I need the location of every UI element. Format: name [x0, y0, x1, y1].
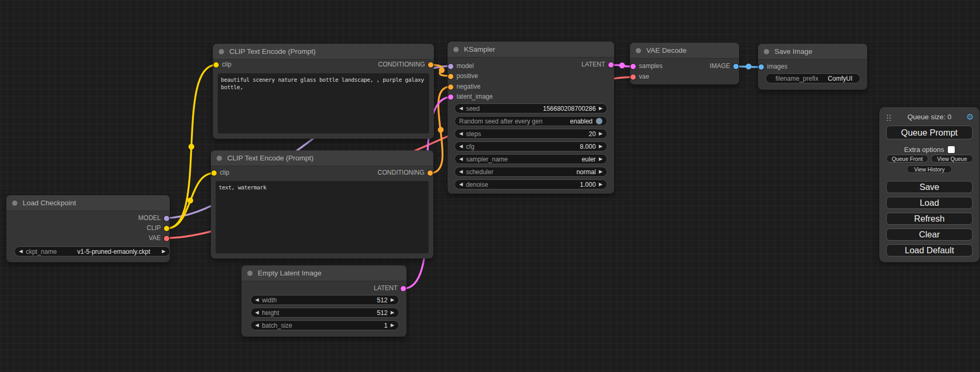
conditioning-slot-icon[interactable]: [448, 84, 453, 90]
increment-arrow-icon[interactable]: ▶: [599, 104, 603, 113]
input-slot-clip[interactable]: clip: [213, 60, 231, 70]
increment-arrow-icon[interactable]: ▶: [599, 167, 603, 176]
decrement-arrow-icon[interactable]: ◀: [459, 180, 463, 189]
latent-slot-icon[interactable]: [401, 286, 406, 291]
input-slot-latent-image[interactable]: latent_image: [448, 92, 493, 102]
prompt-text-area[interactable]: beautiful scenery nature glass bottle la…: [218, 73, 429, 133]
clip-slot-icon[interactable]: [211, 170, 217, 176]
refresh-button[interactable]: Refresh: [886, 213, 973, 225]
increment-arrow-icon[interactable]: ▶: [599, 129, 603, 138]
batch-size-widget[interactable]: ◀ batch_size 1 ▶: [250, 320, 399, 330]
conditioning-slot-icon[interactable]: [428, 62, 433, 68]
load-default-button[interactable]: Load Default: [886, 244, 973, 256]
latent-slot-icon[interactable]: [630, 64, 636, 69]
clip-slot-icon[interactable]: [214, 62, 219, 68]
increment-arrow-icon[interactable]: ▶: [162, 247, 166, 256]
increment-arrow-icon[interactable]: ▶: [391, 321, 394, 330]
input-slot-samples[interactable]: samples: [630, 61, 663, 71]
node-clip-text-encode-negative[interactable]: CLIP Text Encode (Prompt) clip CONDITION…: [211, 150, 433, 259]
collapse-dot-icon[interactable]: [247, 271, 253, 276]
image-slot-icon[interactable]: [733, 64, 739, 69]
input-slot-images[interactable]: images: [758, 62, 788, 72]
image-slot-icon[interactable]: [759, 64, 764, 70]
save-button[interactable]: Save: [886, 181, 973, 193]
node-title-bar[interactable]: Load Checkpoint: [6, 195, 170, 211]
conditioning-slot-icon[interactable]: [428, 170, 433, 176]
node-title-bar[interactable]: CLIP Text Encode (Prompt): [211, 150, 433, 166]
node-load-checkpoint[interactable]: Load Checkpoint MODEL CLIP VAE ◀ ckpt_na…: [6, 195, 170, 262]
latent-slot-icon[interactable]: [448, 94, 453, 100]
input-slot-positive[interactable]: positive: [448, 71, 478, 81]
view-queue-button[interactable]: View Queue: [931, 155, 973, 163]
collapse-dot-icon[interactable]: [219, 49, 224, 54]
output-slot-clip[interactable]: CLIP: [147, 223, 170, 233]
steps-widget[interactable]: ◀ steps 20 ▶: [454, 129, 607, 139]
random-seed-toggle[interactable]: Random seed after every gen enabled: [454, 116, 607, 126]
increment-arrow-icon[interactable]: ▶: [391, 308, 394, 317]
decrement-arrow-icon[interactable]: ◀: [255, 295, 259, 304]
settings-gear-icon[interactable]: ⚙: [966, 112, 974, 122]
node-empty-latent-image[interactable]: Empty Latent Image LATENT ◀ width 512 ▶ …: [241, 265, 406, 337]
seed-widget[interactable]: ◀ seed 156680208700286 ▶: [454, 103, 607, 113]
scheduler-widget[interactable]: ◀ scheduler normal ▶: [454, 167, 607, 177]
increment-arrow-icon[interactable]: ▶: [391, 295, 394, 304]
decrement-arrow-icon[interactable]: ◀: [459, 142, 463, 151]
conditioning-slot-icon[interactable]: [448, 74, 453, 79]
output-slot-conditioning[interactable]: CONDITIONING: [377, 168, 433, 178]
output-slot-conditioning[interactable]: CONDITIONING: [378, 60, 434, 70]
output-slot-latent[interactable]: LATENT: [374, 283, 406, 293]
filename-prefix-widget[interactable]: filename_prefix ComfyUI: [765, 73, 860, 83]
decrement-arrow-icon[interactable]: ◀: [459, 104, 463, 113]
queue-panel[interactable]: Queue size: 0 ⚙ Queue Prompt Extra optio…: [879, 107, 979, 262]
clip-slot-icon[interactable]: [164, 226, 169, 231]
decrement-arrow-icon[interactable]: ◀: [459, 155, 463, 164]
node-title-bar[interactable]: CLIP Text Encode (Prompt): [213, 44, 434, 60]
node-graph-canvas[interactable]: Load Checkpoint MODEL CLIP VAE ◀ ckpt_na…: [0, 0, 980, 372]
node-ksampler[interactable]: KSampler LATENT model positive negative …: [448, 42, 614, 194]
extra-options-checkbox[interactable]: [948, 146, 955, 153]
denoise-widget[interactable]: ◀ denoise 1.000 ▶: [454, 179, 607, 189]
output-slot-image[interactable]: IMAGE: [710, 61, 739, 71]
collapse-dot-icon[interactable]: [453, 47, 459, 52]
drag-handle-icon[interactable]: [886, 114, 891, 121]
width-widget[interactable]: ◀ width 512 ▶: [250, 295, 399, 305]
node-vae-decode[interactable]: VAE Decode samples IMAGE vae: [630, 43, 739, 84]
sampler-name-widget[interactable]: ◀ sampler_name euler ▶: [454, 154, 607, 164]
increment-arrow-icon[interactable]: ▶: [599, 142, 603, 151]
collapse-dot-icon[interactable]: [636, 48, 641, 53]
collapse-dot-icon[interactable]: [764, 49, 769, 54]
node-clip-text-encode-positive[interactable]: CLIP Text Encode (Prompt) clip CONDITION…: [213, 44, 434, 139]
collapse-dot-icon[interactable]: [12, 201, 17, 206]
decrement-arrow-icon[interactable]: ◀: [459, 167, 463, 176]
input-slot-clip[interactable]: clip: [211, 168, 229, 178]
prompt-text-area[interactable]: text, watermark: [216, 181, 429, 253]
view-history-button[interactable]: View History: [907, 165, 952, 173]
cfg-widget[interactable]: ◀ cfg 8.000 ▶: [454, 141, 607, 151]
height-widget[interactable]: ◀ height 512 ▶: [250, 308, 399, 318]
input-slot-vae[interactable]: vae: [630, 72, 649, 82]
input-slot-model[interactable]: model: [448, 61, 474, 71]
model-slot-icon[interactable]: [448, 64, 453, 69]
decrement-arrow-icon[interactable]: ◀: [255, 308, 259, 317]
model-slot-icon[interactable]: [164, 216, 169, 221]
increment-arrow-icon[interactable]: ▶: [599, 180, 603, 189]
increment-arrow-icon[interactable]: ▶: [599, 155, 603, 164]
output-slot-vae[interactable]: VAE: [149, 233, 170, 243]
output-slot-model[interactable]: MODEL: [138, 213, 170, 223]
vae-slot-icon[interactable]: [630, 74, 636, 80]
node-title-bar[interactable]: Empty Latent Image: [241, 265, 406, 281]
toggle-knob-icon[interactable]: [596, 118, 603, 125]
node-title-bar[interactable]: VAE Decode: [630, 43, 739, 59]
input-slot-negative[interactable]: negative: [448, 82, 480, 92]
clear-button[interactable]: Clear: [886, 228, 973, 241]
queue-front-button[interactable]: Queue Front: [886, 155, 928, 163]
vae-slot-icon[interactable]: [164, 236, 169, 241]
node-title-bar[interactable]: KSampler: [448, 42, 614, 58]
decrement-arrow-icon[interactable]: ◀: [19, 247, 23, 256]
queue-prompt-button[interactable]: Queue Prompt: [886, 126, 973, 139]
node-title-bar[interactable]: Save Image: [758, 44, 867, 60]
ckpt-name-widget[interactable]: ◀ ckpt_name v1-5-pruned-emaonly.ckpt ▶: [14, 246, 170, 256]
load-button[interactable]: Load: [886, 197, 973, 209]
collapse-dot-icon[interactable]: [217, 156, 222, 161]
decrement-arrow-icon[interactable]: ◀: [255, 321, 259, 330]
